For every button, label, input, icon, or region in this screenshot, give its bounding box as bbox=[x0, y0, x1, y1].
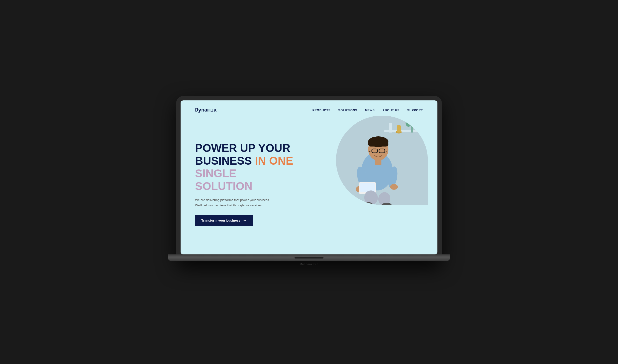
hero-text: POWER UP YOUR BUSINESS IN ONE SINGLE SOL… bbox=[195, 142, 320, 226]
website-container: Dynamia PRODUCTS SOLUTIONS NEWS ABOUT US bbox=[180, 100, 438, 254]
nav-link-solutions[interactable]: SOLUTIONS bbox=[338, 109, 357, 112]
svg-rect-2 bbox=[389, 123, 392, 132]
hero-heading-single: SINGLE bbox=[195, 167, 236, 180]
hero-heading-business: BUSINESS bbox=[195, 155, 255, 167]
svg-rect-17 bbox=[375, 159, 381, 165]
laptop-notch bbox=[295, 257, 323, 259]
hero-illustration bbox=[336, 116, 428, 205]
nav-link-products[interactable]: PRODUCTS bbox=[312, 109, 331, 112]
nav-link-about[interactable]: ABOUT US bbox=[382, 109, 399, 112]
hero-heading-line2: BUSINESS IN ONE SINGLE bbox=[195, 155, 320, 180]
logo[interactable]: Dynamia bbox=[195, 107, 217, 113]
hero-heading-solution: SOLUTION bbox=[195, 180, 320, 193]
hero-subtitle: We are delivering platforms that power y… bbox=[195, 197, 287, 208]
nav-item-support[interactable]: SUPPORT bbox=[407, 108, 423, 112]
cta-button[interactable]: Transform your business → bbox=[195, 215, 253, 226]
cta-label: Transform your business bbox=[201, 219, 240, 222]
nav-item-products[interactable]: PRODUCTS bbox=[312, 108, 331, 112]
navigation: Dynamia PRODUCTS SOLUTIONS NEWS ABOUT US bbox=[180, 100, 438, 113]
cta-arrow-icon: → bbox=[243, 218, 247, 222]
hero-section: POWER UP YOUR BUSINESS IN ONE SINGLE SOL… bbox=[180, 113, 438, 254]
hero-heading-in-one: IN ONE bbox=[255, 155, 293, 167]
nav-item-about[interactable]: ABOUT US bbox=[382, 108, 399, 112]
hero-heading: POWER UP YOUR BUSINESS IN ONE SINGLE SOL… bbox=[195, 142, 320, 193]
nav-item-solutions[interactable]: SOLUTIONS bbox=[338, 108, 357, 112]
svg-rect-11 bbox=[368, 142, 388, 146]
hero-sub-line1: We are delivering platforms that power y… bbox=[195, 198, 269, 202]
hero-image bbox=[336, 116, 428, 205]
svg-rect-7 bbox=[397, 125, 401, 132]
nav-links: PRODUCTS SOLUTIONS NEWS ABOUT US SUPPORT bbox=[312, 108, 423, 112]
svg-point-5 bbox=[406, 119, 411, 127]
hero-image-placeholder bbox=[336, 116, 428, 205]
nav-item-news[interactable]: NEWS bbox=[365, 108, 375, 112]
nav-link-support[interactable]: SUPPORT bbox=[407, 109, 423, 112]
macbook-label: MacBook Pro bbox=[300, 261, 318, 268]
hero-sub-line2: We'll help you achieve that through our … bbox=[195, 204, 262, 207]
laptop-base bbox=[168, 254, 450, 261]
svg-point-21 bbox=[390, 184, 398, 190]
nav-link-news[interactable]: NEWS bbox=[365, 109, 375, 112]
hero-heading-line1: POWER UP YOUR bbox=[195, 142, 320, 155]
